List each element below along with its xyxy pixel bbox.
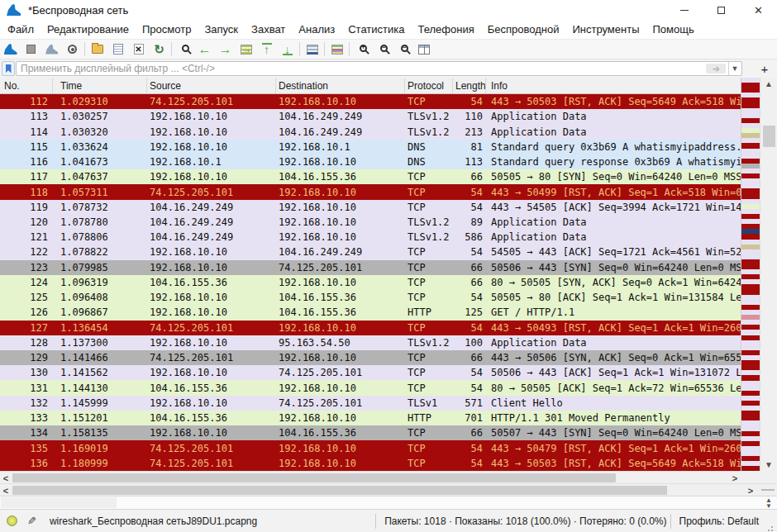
- packet-row[interactable]: 1191.078732104.16.249.249192.168.10.10TC…: [0, 200, 741, 215]
- packet-row[interactable]: 1201.078780104.16.249.249192.168.10.10TL…: [0, 215, 741, 230]
- minimize-button[interactable]: [665, 0, 703, 20]
- packet-row[interactable]: 1161.041673192.168.10.1192.168.10.10DNS1…: [0, 154, 741, 169]
- vertical-scrollbar-thumb[interactable]: [763, 126, 775, 147]
- packet-row[interactable]: 1231.079985192.168.10.1074.125.205.101TC…: [0, 260, 741, 275]
- packet-row[interactable]: 1321.145999192.168.10.1074.125.205.101TL…: [0, 396, 741, 411]
- filter-bar: ➜ ▼ +: [0, 59, 777, 78]
- menu-файл[interactable]: Файл: [1, 21, 41, 38]
- scroll-down-icon[interactable]: ▼: [760, 458, 777, 471]
- go-to-packet-button[interactable]: [236, 40, 256, 59]
- go-back-button[interactable]: ←: [194, 40, 215, 59]
- start-capture-button[interactable]: [0, 40, 21, 59]
- menu-редактирование[interactable]: Редактирование: [41, 21, 136, 38]
- menu-захват[interactable]: Захват: [245, 21, 292, 38]
- colorize-button[interactable]: [327, 40, 347, 59]
- menu-беспроводной[interactable]: Беспроводной: [481, 21, 566, 38]
- zoom-in-button[interactable]: +: [351, 40, 372, 59]
- packet-row[interactable]: 1131.030257192.168.10.10104.16.249.249TL…: [0, 109, 741, 124]
- zoom-out-button[interactable]: −: [372, 40, 393, 59]
- packet-row[interactable]: 1331.151201104.16.155.36192.168.10.10HTT…: [0, 411, 741, 425]
- packet-row[interactable]: 1291.14146674.125.205.101192.168.10.10TC…: [0, 350, 741, 365]
- filter-bookmark-button[interactable]: [2, 61, 15, 76]
- expert-info-button[interactable]: [7, 515, 17, 526]
- stop-capture-button[interactable]: [21, 40, 41, 59]
- scroll-up-icon[interactable]: ▲: [760, 78, 777, 90]
- packet-row[interactable]: 1241.096319104.16.155.36192.168.10.10TCP…: [0, 275, 741, 290]
- packet-minimap-scrollbar[interactable]: [741, 78, 760, 471]
- menu-bar: ФайлРедактированиеПросмотрЗапускЗахватАн…: [0, 20, 777, 39]
- hscrollbar-thumb[interactable]: [12, 473, 616, 482]
- packet-row[interactable]: 1151.033624192.168.10.10192.168.10.1DNS8…: [0, 140, 741, 154]
- menu-помощь[interactable]: Помощь: [646, 21, 701, 38]
- column-header-no[interactable]: No.: [0, 78, 53, 93]
- hscroll2-left-icon[interactable]: <: [0, 485, 12, 496]
- hscroll2-right-icon[interactable]: >: [745, 485, 756, 496]
- packet-list-hscrollbar[interactable]: < >: [0, 471, 741, 483]
- packet-row[interactable]: 1181.05731174.125.205.101192.168.10.10TC…: [0, 184, 741, 199]
- packet-row[interactable]: 1341.158135192.168.10.10104.16.155.36TCP…: [0, 425, 741, 440]
- find-packet-button[interactable]: [174, 40, 194, 59]
- secondary-hscrollbar[interactable]: < >: [0, 483, 777, 496]
- close-button[interactable]: ✕: [740, 0, 777, 20]
- hscroll-left-icon[interactable]: <: [0, 473, 12, 483]
- menu-просмотр[interactable]: Просмотр: [136, 21, 198, 38]
- column-header-info[interactable]: Info: [486, 78, 741, 93]
- cell-src: 104.16.155.36: [147, 411, 276, 425]
- maximize-button[interactable]: [703, 0, 740, 20]
- packet-row[interactable]: 1271.13645474.125.205.101192.168.10.10TC…: [0, 321, 741, 335]
- column-header-dst[interactable]: Destination: [276, 78, 405, 93]
- packet-row[interactable]: 1301.141562192.168.10.1074.125.205.101TC…: [0, 365, 741, 380]
- packet-row[interactable]: 1351.16901974.125.205.101192.168.10.10TC…: [0, 440, 741, 455]
- resize-columns-button[interactable]: [413, 40, 434, 59]
- packet-row[interactable]: 1211.078806104.16.249.249192.168.10.10TL…: [0, 230, 741, 245]
- packet-row[interactable]: 1311.144130104.16.155.36192.168.10.10TCP…: [0, 380, 741, 395]
- filter-dropdown-button[interactable]: ▼: [728, 62, 741, 75]
- profile-label[interactable]: Профиль: Default: [676, 515, 768, 527]
- menu-статистика[interactable]: Статистика: [341, 21, 411, 38]
- packet-row[interactable]: 1171.047637192.168.10.10104.16.155.36TCP…: [0, 169, 741, 184]
- cell-info: 50506 → 443 [ACK] Seq=1 Ack=1 Win=131072…: [486, 366, 741, 379]
- capture-options-button[interactable]: [62, 40, 83, 59]
- go-last-button[interactable]: ↓: [277, 40, 298, 59]
- capture-comment-icon[interactable]: ✎: [27, 515, 36, 527]
- cell-proto: TLSv1.2: [405, 230, 453, 244]
- column-header-len[interactable]: Length: [453, 78, 486, 93]
- packet-row[interactable]: 1141.030320192.168.10.10104.16.249.249TL…: [0, 124, 741, 139]
- menu-инструменты[interactable]: Инструменты: [565, 21, 646, 38]
- zoom-reset-button[interactable]: −: [393, 40, 413, 59]
- resize-grip[interactable]: [767, 524, 775, 532]
- close-file-button[interactable]: ✕: [128, 40, 149, 59]
- hscrollbar2-thumb[interactable]: [12, 486, 667, 495]
- packet-row[interactable]: 1251.096408192.168.10.10104.16.155.36TCP…: [0, 290, 741, 305]
- restart-capture-button[interactable]: [41, 40, 62, 59]
- cell-proto: TCP: [405, 201, 453, 214]
- packet-row[interactable]: 1361.18099974.125.205.101192.168.10.10TC…: [0, 456, 741, 471]
- cell-len: 54: [453, 291, 486, 304]
- column-header-src[interactable]: Source: [147, 78, 276, 93]
- packet-row[interactable]: 1261.096867192.168.10.10104.16.155.36HTT…: [0, 305, 741, 320]
- vertical-scrollbar[interactable]: ▲ ▼: [760, 78, 777, 471]
- pane-splitter-arrows[interactable]: ▲▼: [765, 497, 772, 509]
- save-file-button[interactable]: [107, 40, 128, 59]
- reload-file-button[interactable]: ↻: [149, 40, 169, 59]
- packet-row[interactable]: 1281.137300192.168.10.1095.163.54.50TLSv…: [0, 335, 741, 350]
- apply-filter-button[interactable]: ➜: [706, 64, 726, 74]
- go-first-button[interactable]: ↑: [256, 40, 277, 59]
- open-file-button[interactable]: [87, 40, 107, 59]
- menu-анализ[interactable]: Анализ: [292, 21, 341, 38]
- packet-row[interactable]: 1221.078822192.168.10.10104.16.249.249TC…: [0, 245, 741, 259]
- go-forward-button[interactable]: →: [215, 40, 236, 59]
- menu-телефония[interactable]: Телефония: [411, 21, 480, 38]
- column-header-time[interactable]: Time: [53, 78, 147, 93]
- display-filter-input[interactable]: [16, 61, 742, 76]
- hscroll-right-icon[interactable]: >: [729, 473, 741, 483]
- cell-src: 192.168.10.10: [147, 306, 276, 319]
- auto-scroll-button[interactable]: [302, 40, 322, 59]
- packet-row[interactable]: 1121.02931074.125.205.101192.168.10.10TC…: [0, 94, 741, 109]
- cell-src: 74.125.205.101: [147, 95, 276, 108]
- cell-proto: TCP: [405, 321, 453, 335]
- column-header-proto[interactable]: Protocol: [405, 78, 453, 93]
- cell-proto: TCP: [405, 170, 453, 183]
- add-filter-button[interactable]: +: [757, 61, 772, 76]
- menu-запуск[interactable]: Запуск: [198, 21, 245, 38]
